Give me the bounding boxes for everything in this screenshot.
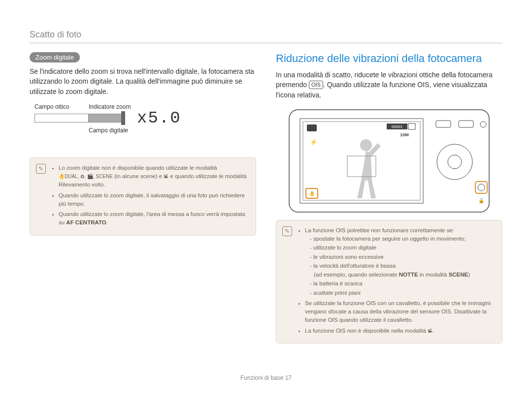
ois-key-label: OIS xyxy=(309,81,323,89)
ois-section-title: Riduzione delle vibrazioni della fotocam… xyxy=(276,52,502,65)
resolution-label: 10M xyxy=(400,132,409,137)
left-note-item-3: Quando utilizzate lo zoom digitale, l'ar… xyxy=(59,210,249,227)
mode-icons: 🤚DUAL, ✿, 🎬, SCENE xyxy=(59,173,113,180)
left-note-item-1: Lo zoom digitale non è disponibile quand… xyxy=(59,164,249,189)
left-note-item-2: Quando utilizzate lo zoom digitale, il s… xyxy=(59,191,249,209)
svg-rect-12 xyxy=(436,121,451,127)
zoom-diagram: Campo ottico Indicatore zoom x5.0 Campo … xyxy=(34,103,202,153)
right-column: Riduzione delle vibrazioni della fotocam… xyxy=(276,52,502,366)
right-note-item-2: Se utilizzate la funzione OIS con un cav… xyxy=(305,299,495,325)
ois-intro-text: In una modalità di scatto, riducete le v… xyxy=(276,70,502,100)
shot-counter: 00001 xyxy=(392,124,403,129)
svg-point-14 xyxy=(480,122,486,127)
camera-back-illustration: 00001 10M ⚡ 🤚 xyxy=(288,107,490,215)
zoom-value: x5.0 xyxy=(137,109,181,127)
right-note-box: ✎ La funzione OIS potrebbe non funzionar… xyxy=(276,220,502,343)
ois-button-highlight xyxy=(475,182,487,193)
svg-rect-13 xyxy=(459,121,473,127)
svg-point-7 xyxy=(360,139,372,151)
zoom-intro-text: Se l'indicatore dello zoom si trova nell… xyxy=(30,66,256,96)
zoom-indicator xyxy=(121,111,125,125)
svg-rect-3 xyxy=(307,124,317,131)
page-header: Scatto di foto xyxy=(30,30,502,43)
note-icon: ✎ xyxy=(282,226,292,236)
page-footer: Funzioni di base 17 xyxy=(30,366,502,381)
ois-screen-icon: 🤚 xyxy=(309,190,315,197)
video-icon: 📽 xyxy=(428,327,432,335)
zoom-digitale-pill: Zoom digitale xyxy=(30,52,80,62)
svg-point-11 xyxy=(448,155,462,169)
note-icon: ✎ xyxy=(36,164,46,174)
svg-text:⚡: ⚡ xyxy=(310,138,317,146)
content-columns: Zoom digitale Se l'indicatore dello zoom… xyxy=(30,52,502,366)
left-column: Zoom digitale Se l'indicatore dello zoom… xyxy=(30,52,256,366)
lock-icon: 🔒 xyxy=(478,197,485,204)
zoom-indicator-label: Indicatore zoom xyxy=(89,103,131,110)
digital-bar xyxy=(89,114,123,123)
right-note-item-3: La funzione OIS non è disponibile nella … xyxy=(305,327,495,335)
digital-range-label: Campo digitale xyxy=(89,127,202,134)
optical-range-label: Campo ottico xyxy=(34,103,89,110)
right-note-item-1: La funzione OIS potrebbe non funzionare … xyxy=(305,226,495,297)
left-note-box: ✎ Lo zoom digitale non è disponibile qua… xyxy=(30,157,256,236)
video-icon: 📽 xyxy=(164,173,168,180)
optical-bar xyxy=(34,114,89,123)
